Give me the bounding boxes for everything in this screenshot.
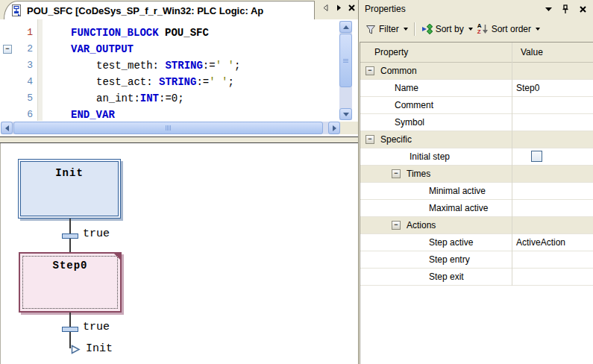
sfc-transition-2-label[interactable]: true xyxy=(83,321,110,333)
prop-row-step-active[interactable]: Step activeActiveAction xyxy=(360,234,593,251)
code-text: VAR_OUTPUT xyxy=(71,41,134,57)
line-number: 5 xyxy=(13,90,33,107)
scroll-right-button[interactable] xyxy=(328,122,340,134)
code-text: test_meth: STRING:=' '; xyxy=(96,57,240,74)
checkbox-initial-step[interactable] xyxy=(531,151,542,162)
line-number: 6 xyxy=(13,107,33,123)
code-text: an_int:INT:=0; xyxy=(96,90,184,107)
sfc-transition-2[interactable] xyxy=(62,327,78,332)
column-divider[interactable] xyxy=(512,43,512,286)
properties-panel-header[interactable]: Properties xyxy=(359,0,593,18)
prop-row-initial-step[interactable]: Initial step xyxy=(360,148,593,166)
sort-order-dropdown-caret xyxy=(536,28,540,31)
prop-value[interactable]: ActiveAction xyxy=(516,237,565,248)
window-menu-icon[interactable] xyxy=(545,7,552,11)
prop-label: Name xyxy=(395,83,418,93)
prop-label: Step entry xyxy=(429,254,470,265)
sfc-jump-arrow-icon[interactable] xyxy=(71,345,81,354)
sfc-pou-icon xyxy=(10,4,22,16)
code-line-2[interactable]: −2VAR_OUTPUT xyxy=(0,41,336,57)
prop-row-specific[interactable]: −Specific xyxy=(360,131,593,148)
collapse-icon-specific[interactable]: − xyxy=(365,135,374,144)
tab-close-button[interactable] xyxy=(348,4,356,12)
sfc-transition-1[interactable] xyxy=(62,233,78,239)
code-text: END_VAR xyxy=(71,107,115,123)
prop-row-step-entry[interactable]: Step entry xyxy=(360,251,593,269)
column-header-value[interactable]: Value xyxy=(521,47,543,57)
prop-row-times[interactable]: −Times xyxy=(360,166,593,183)
prop-row-actions[interactable]: −Actions xyxy=(360,217,593,234)
sort-by-label: Sort by xyxy=(436,24,464,34)
prop-value[interactable]: Step0 xyxy=(516,83,539,93)
sfc-connector-line xyxy=(69,313,71,327)
tab-scroll-left-button[interactable] xyxy=(322,4,330,12)
scroll-down-button[interactable] xyxy=(339,108,352,120)
line-number: 4 xyxy=(13,74,33,90)
prop-label: Minimal active xyxy=(429,186,486,196)
tab-scroll-right-button[interactable] xyxy=(335,4,342,12)
prop-row-maximal-active[interactable]: Maximal active xyxy=(360,200,593,217)
code-text: FUNCTION_BLOCK POU_SFC xyxy=(71,25,209,41)
line-number: 2 xyxy=(13,41,33,57)
sfc-step-step0-label: Step0 xyxy=(52,260,87,272)
sfc-step-step0[interactable]: Step0 xyxy=(19,252,122,313)
panel-title: Properties xyxy=(365,4,545,14)
column-header-property[interactable]: Property xyxy=(374,47,408,57)
filter-label: Filter xyxy=(379,24,399,34)
scroll-up-button[interactable] xyxy=(339,21,352,33)
prop-row-comment[interactable]: Comment xyxy=(360,97,593,114)
collapse-icon-times[interactable]: − xyxy=(392,169,401,178)
line-number: 1 xyxy=(13,25,33,41)
sort-order-button[interactable]: A Z Sort order xyxy=(475,22,542,37)
sfc-transition-1-label[interactable]: true xyxy=(83,228,110,240)
editor-vertical-scrollbar[interactable] xyxy=(339,21,352,120)
prop-row-symbol[interactable]: Symbol xyxy=(360,114,593,131)
fold-collapse-icon[interactable]: − xyxy=(3,45,12,54)
prop-row-common[interactable]: −Common xyxy=(360,63,593,80)
code-line-6[interactable]: 6END_VAR xyxy=(0,107,336,123)
sort-order-label: Sort order xyxy=(492,24,531,34)
code-line-3[interactable]: 3test_meth: STRING:=' '; xyxy=(0,57,336,74)
editor-splitter-handle[interactable] xyxy=(0,136,358,143)
collapse-icon-common[interactable]: − xyxy=(365,66,374,75)
prop-row-step-exit[interactable]: Step exit xyxy=(360,269,593,286)
property-grid: Property Value −CommonNameStep0CommentSy… xyxy=(360,42,593,364)
prop-label: Times xyxy=(407,169,430,179)
editor-horizontal-scrollbar[interactable] xyxy=(1,122,340,134)
vertical-scroll-thumb[interactable] xyxy=(339,34,352,87)
line-number: 3 xyxy=(13,57,33,74)
prop-label: Initial step xyxy=(410,151,450,162)
code-line-4[interactable]: 4test_act: STRING:=' '; xyxy=(0,74,336,90)
close-icon[interactable] xyxy=(579,5,587,13)
tab-pou-sfc[interactable]: POU_SFC [CoDeSys_SP_f_r_Win32: PLC Logic… xyxy=(4,1,315,19)
prop-label: Specific xyxy=(380,134,412,145)
filter-button[interactable]: Filter xyxy=(363,22,410,36)
prop-row-minimal-active[interactable]: Minimal active xyxy=(360,183,593,200)
action-corner-marker xyxy=(113,252,122,261)
sfc-diagram-canvas[interactable]: Init true Step0 true Init xyxy=(0,143,357,364)
scroll-left-button[interactable] xyxy=(1,122,13,134)
pin-icon[interactable] xyxy=(561,4,570,14)
tab-title: POU_SFC [CoDeSys_SP_f_r_Win32: PLC Logic… xyxy=(27,5,263,16)
sfc-connector-line xyxy=(69,239,71,252)
filter-funnel-icon xyxy=(365,25,376,34)
collapse-icon-actions[interactable]: − xyxy=(392,221,401,230)
sort-by-dropdown-caret xyxy=(468,28,473,31)
sfc-step-init[interactable]: Init xyxy=(18,159,121,219)
properties-panel: Properties Filter xyxy=(358,0,593,364)
prop-row-name[interactable]: NameStep0 xyxy=(360,80,593,97)
filter-dropdown-caret xyxy=(404,28,408,31)
prop-label: Symbol xyxy=(395,117,424,128)
code-line-1[interactable]: 1FUNCTION_BLOCK POU_SFC xyxy=(0,25,336,41)
horizontal-scroll-thumb[interactable] xyxy=(13,122,323,134)
sfc-jump-target-label[interactable]: Init xyxy=(86,343,113,355)
editor-tab-bar: POU_SFC [CoDeSys_SP_f_r_Win32: PLC Logic… xyxy=(0,0,358,19)
sort-by-icon xyxy=(421,24,433,34)
prop-label: Maximal active xyxy=(429,203,488,213)
declaration-editor[interactable]: 1FUNCTION_BLOCK POU_SFC−2VAR_OUTPUT3test… xyxy=(0,19,358,136)
sort-by-button[interactable]: Sort by xyxy=(419,22,475,36)
property-grid-header[interactable]: Property Value xyxy=(360,43,593,63)
code-line-5[interactable]: 5an_int:INT:=0; xyxy=(0,90,336,107)
editor-pane: POU_SFC [CoDeSys_SP_f_r_Win32: PLC Logic… xyxy=(0,0,358,364)
prop-label: Step active xyxy=(429,237,473,248)
